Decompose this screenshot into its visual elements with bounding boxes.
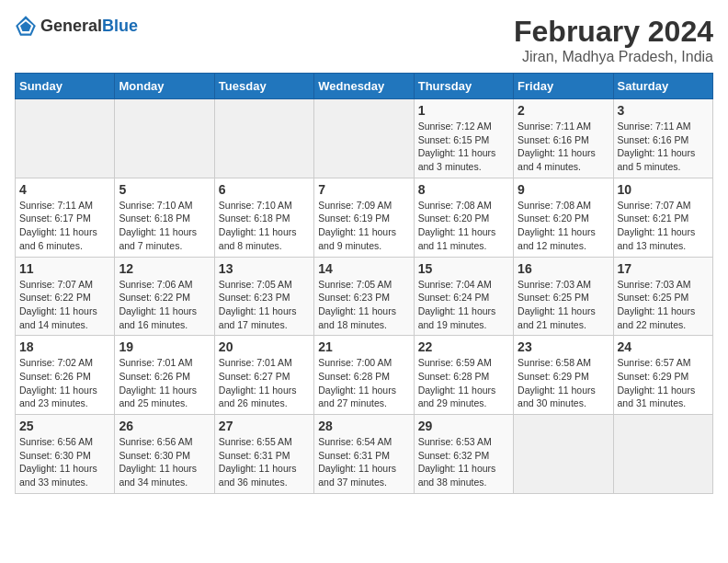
- day-info: Sunrise: 6:54 AM Sunset: 6:31 PM Dayligh…: [318, 435, 409, 489]
- col-wednesday: Wednesday: [314, 74, 414, 99]
- col-tuesday: Tuesday: [214, 74, 313, 99]
- col-sunday: Sunday: [16, 74, 115, 99]
- calendar-cell: 25Sunrise: 6:56 AM Sunset: 6:30 PM Dayli…: [16, 415, 115, 494]
- day-info: Sunrise: 7:03 AM Sunset: 6:25 PM Dayligh…: [618, 278, 709, 332]
- page-subtitle: Jiran, Madhya Pradesh, India: [514, 49, 713, 65]
- logo-general: General: [40, 17, 102, 35]
- col-thursday: Thursday: [414, 74, 513, 99]
- day-info: Sunrise: 7:11 AM Sunset: 6:16 PM Dayligh…: [618, 120, 709, 174]
- day-number: 6: [219, 182, 310, 197]
- day-number: 16: [518, 261, 609, 276]
- day-number: 4: [19, 182, 110, 197]
- calendar-week-1: 1Sunrise: 7:12 AM Sunset: 6:15 PM Daylig…: [16, 99, 713, 178]
- day-number: 12: [119, 261, 210, 276]
- day-number: 20: [219, 339, 310, 354]
- calendar-cell: 17Sunrise: 7:03 AM Sunset: 6:25 PM Dayli…: [613, 257, 712, 336]
- calendar-cell: 19Sunrise: 7:01 AM Sunset: 6:26 PM Dayli…: [115, 336, 214, 415]
- calendar-cell: 16Sunrise: 7:03 AM Sunset: 6:25 PM Dayli…: [514, 257, 613, 336]
- day-info: Sunrise: 6:56 AM Sunset: 6:30 PM Dayligh…: [19, 435, 110, 489]
- calendar-cell: 20Sunrise: 7:01 AM Sunset: 6:27 PM Dayli…: [214, 336, 313, 415]
- day-info: Sunrise: 7:06 AM Sunset: 6:22 PM Dayligh…: [119, 278, 210, 332]
- calendar-body: 1Sunrise: 7:12 AM Sunset: 6:15 PM Daylig…: [16, 99, 713, 494]
- calendar-cell: 13Sunrise: 7:05 AM Sunset: 6:23 PM Dayli…: [214, 257, 313, 336]
- page-title: February 2024: [514, 15, 713, 49]
- day-info: Sunrise: 7:08 AM Sunset: 6:20 PM Dayligh…: [518, 199, 609, 253]
- page-header: GeneralBlue February 2024 Jiran, Madhya …: [15, 15, 713, 65]
- calendar-cell: 5Sunrise: 7:10 AM Sunset: 6:18 PM Daylig…: [115, 178, 214, 257]
- day-info: Sunrise: 7:05 AM Sunset: 6:23 PM Dayligh…: [318, 278, 409, 332]
- day-info: Sunrise: 6:53 AM Sunset: 6:32 PM Dayligh…: [418, 435, 509, 489]
- day-info: Sunrise: 6:55 AM Sunset: 6:31 PM Dayligh…: [219, 435, 310, 489]
- day-number: 9: [518, 182, 609, 197]
- day-number: 19: [119, 339, 210, 354]
- day-info: Sunrise: 7:01 AM Sunset: 6:26 PM Dayligh…: [119, 356, 210, 410]
- calendar-cell: 28Sunrise: 6:54 AM Sunset: 6:31 PM Dayli…: [314, 415, 414, 494]
- day-info: Sunrise: 7:10 AM Sunset: 6:18 PM Dayligh…: [219, 199, 310, 253]
- title-area: February 2024 Jiran, Madhya Pradesh, Ind…: [514, 15, 713, 65]
- calendar-cell: [314, 99, 414, 178]
- day-info: Sunrise: 7:00 AM Sunset: 6:28 PM Dayligh…: [318, 356, 409, 410]
- day-number: 29: [418, 419, 509, 433]
- day-info: Sunrise: 6:58 AM Sunset: 6:29 PM Dayligh…: [518, 356, 609, 410]
- day-number: 15: [418, 261, 509, 276]
- calendar-cell: 12Sunrise: 7:06 AM Sunset: 6:22 PM Dayli…: [115, 257, 214, 336]
- calendar-cell: 18Sunrise: 7:02 AM Sunset: 6:26 PM Dayli…: [16, 336, 115, 415]
- day-info: Sunrise: 7:07 AM Sunset: 6:22 PM Dayligh…: [19, 278, 110, 332]
- day-number: 10: [618, 182, 709, 197]
- day-number: 26: [119, 419, 210, 433]
- calendar-cell: [115, 99, 214, 178]
- calendar-week-2: 4Sunrise: 7:11 AM Sunset: 6:17 PM Daylig…: [16, 178, 713, 257]
- calendar-cell: 7Sunrise: 7:09 AM Sunset: 6:19 PM Daylig…: [314, 178, 414, 257]
- calendar-cell: 23Sunrise: 6:58 AM Sunset: 6:29 PM Dayli…: [514, 336, 613, 415]
- day-info: Sunrise: 7:10 AM Sunset: 6:18 PM Dayligh…: [119, 199, 210, 253]
- calendar-week-5: 25Sunrise: 6:56 AM Sunset: 6:30 PM Dayli…: [16, 415, 713, 494]
- col-friday: Friday: [514, 74, 613, 99]
- calendar-cell: 1Sunrise: 7:12 AM Sunset: 6:15 PM Daylig…: [414, 99, 513, 178]
- day-info: Sunrise: 7:01 AM Sunset: 6:27 PM Dayligh…: [219, 356, 310, 410]
- logo-blue: Blue: [102, 17, 138, 35]
- day-info: Sunrise: 7:08 AM Sunset: 6:20 PM Dayligh…: [418, 199, 509, 253]
- day-number: 22: [418, 339, 509, 354]
- calendar-cell: [613, 415, 712, 494]
- day-info: Sunrise: 7:05 AM Sunset: 6:23 PM Dayligh…: [219, 278, 310, 332]
- day-info: Sunrise: 7:11 AM Sunset: 6:17 PM Dayligh…: [19, 199, 110, 253]
- calendar-cell: 2Sunrise: 7:11 AM Sunset: 6:16 PM Daylig…: [514, 99, 613, 178]
- day-number: 14: [318, 261, 409, 276]
- col-saturday: Saturday: [613, 74, 712, 99]
- day-number: 3: [618, 103, 709, 118]
- calendar-cell: 14Sunrise: 7:05 AM Sunset: 6:23 PM Dayli…: [314, 257, 414, 336]
- col-monday: Monday: [115, 74, 214, 99]
- calendar-cell: 3Sunrise: 7:11 AM Sunset: 6:16 PM Daylig…: [613, 99, 712, 178]
- day-info: Sunrise: 7:02 AM Sunset: 6:26 PM Dayligh…: [19, 356, 110, 410]
- logo-text: GeneralBlue: [40, 17, 138, 36]
- calendar-cell: 8Sunrise: 7:08 AM Sunset: 6:20 PM Daylig…: [414, 178, 513, 257]
- calendar-cell: 4Sunrise: 7:11 AM Sunset: 6:17 PM Daylig…: [16, 178, 115, 257]
- calendar-cell: 27Sunrise: 6:55 AM Sunset: 6:31 PM Dayli…: [214, 415, 313, 494]
- day-number: 8: [418, 182, 509, 197]
- day-info: Sunrise: 6:57 AM Sunset: 6:29 PM Dayligh…: [618, 356, 709, 410]
- day-info: Sunrise: 6:56 AM Sunset: 6:30 PM Dayligh…: [119, 435, 210, 489]
- calendar-cell: 9Sunrise: 7:08 AM Sunset: 6:20 PM Daylig…: [514, 178, 613, 257]
- calendar-week-4: 18Sunrise: 7:02 AM Sunset: 6:26 PM Dayli…: [16, 336, 713, 415]
- day-number: 18: [19, 339, 110, 354]
- day-number: 27: [219, 419, 310, 433]
- logo-icon: [15, 15, 37, 37]
- day-number: 23: [518, 339, 609, 354]
- day-info: Sunrise: 7:12 AM Sunset: 6:15 PM Dayligh…: [418, 120, 509, 174]
- calendar-cell: 22Sunrise: 6:59 AM Sunset: 6:28 PM Dayli…: [414, 336, 513, 415]
- days-of-week-row: Sunday Monday Tuesday Wednesday Thursday…: [16, 74, 713, 99]
- calendar-cell: 11Sunrise: 7:07 AM Sunset: 6:22 PM Dayli…: [16, 257, 115, 336]
- calendar-cell: [16, 99, 115, 178]
- day-number: 21: [318, 339, 409, 354]
- day-number: 25: [19, 419, 110, 433]
- day-number: 5: [119, 182, 210, 197]
- calendar-cell: 29Sunrise: 6:53 AM Sunset: 6:32 PM Dayli…: [414, 415, 513, 494]
- day-number: 1: [418, 103, 509, 118]
- day-info: Sunrise: 7:07 AM Sunset: 6:21 PM Dayligh…: [618, 199, 709, 253]
- logo: GeneralBlue: [15, 15, 138, 37]
- day-info: Sunrise: 7:11 AM Sunset: 6:16 PM Dayligh…: [518, 120, 609, 174]
- calendar-week-3: 11Sunrise: 7:07 AM Sunset: 6:22 PM Dayli…: [16, 257, 713, 336]
- day-number: 17: [618, 261, 709, 276]
- calendar-cell: [214, 99, 313, 178]
- calendar-cell: 6Sunrise: 7:10 AM Sunset: 6:18 PM Daylig…: [214, 178, 313, 257]
